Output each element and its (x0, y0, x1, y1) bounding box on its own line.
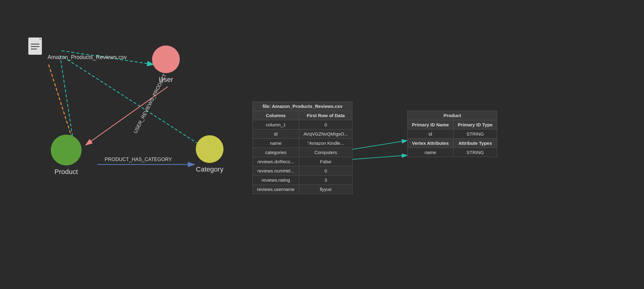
product-primary-id-type: STRING (453, 129, 497, 139)
file-table-col-name: name (253, 139, 299, 148)
category-node-label: Category (196, 165, 223, 173)
file-table-col-value: False (299, 157, 352, 166)
file-table-title: file: Amazon_Products_Reviews.csv (253, 102, 352, 111)
file-table-col-name: reviews.doReco... (253, 157, 299, 166)
file-table-col-header-first-row: First Row of Data (299, 111, 352, 120)
file-table-col-value: AVqVGZNvQMIgsO... (299, 129, 352, 139)
category-node: Category (196, 135, 223, 173)
edge-label-user-reviews-product: USER_REVIEWS_PRODUCT (133, 73, 168, 134)
file-table-col-value: "Amazon Kindle... (299, 139, 352, 148)
product-vertex-attr-name: name (408, 148, 453, 157)
product-primary-id-name: id (408, 129, 453, 139)
product-node: Product (51, 135, 82, 176)
product-table: Product Primary ID Name Primary ID Type … (407, 111, 497, 157)
category-node-circle (196, 135, 223, 163)
file-table-col-name: id (253, 129, 299, 139)
file-table-col-header-columns: Columns (253, 111, 299, 120)
product-table-primary-id-name-header: Primary ID Name (408, 120, 453, 129)
file-table-col-name: reviews.username (253, 185, 299, 194)
product-table-title: Product (408, 111, 497, 120)
file-table-row: column_10 (253, 120, 352, 129)
file-table-col-value: 0 (299, 166, 352, 176)
file-node: Amazon_Products_Reviews.csv (28, 37, 127, 61)
svg-line-8 (63, 57, 203, 147)
product-table-vertex-attr-header: Vertex Attributes (408, 139, 453, 148)
file-table-row: reviews.usernamellyyue (253, 185, 352, 194)
file-table-row: name"Amazon Kindle... (253, 139, 352, 148)
file-icon (28, 37, 46, 59)
product-table-primary-id-type-header: Primary ID Type (453, 120, 497, 129)
file-table-row: reviews.rating3 (253, 176, 352, 185)
product-node-circle (51, 135, 82, 165)
canvas: Amazon_Products_Reviews.csv User Product… (0, 0, 644, 289)
file-table-row: reviews.numHel...0 (253, 166, 352, 176)
product-attr-row: nameSTRING (408, 148, 497, 157)
file-table-col-value: Computers (299, 148, 352, 157)
product-primary-row: idSTRING (408, 129, 497, 139)
file-table-row: categoriesComputers (253, 148, 352, 157)
file-table-col-name: reviews.numHel... (253, 166, 299, 176)
svg-rect-16 (31, 46, 39, 47)
file-table-row: idAVqVGZNvQMIgsO... (253, 129, 352, 139)
file-table: file: Amazon_Products_Reviews.csv Column… (252, 101, 352, 194)
file-node-label: Amazon_Products_Reviews.csv (47, 54, 127, 60)
svg-rect-17 (31, 49, 37, 49)
file-table-row: reviews.doReco...False (253, 157, 352, 166)
file-table-col-name: categories (253, 148, 299, 157)
product-attr-type: STRING (453, 148, 497, 157)
file-table-col-name: column_1 (253, 120, 299, 129)
file-table-col-value: 3 (299, 176, 352, 185)
svg-rect-15 (31, 44, 39, 45)
svg-line-7 (60, 55, 74, 145)
product-table-attr-types-header: Attribute Types (453, 139, 497, 148)
file-table-col-name: reviews.rating (253, 176, 299, 185)
product-node-label: Product (54, 168, 78, 176)
file-table-col-value: 0 (299, 120, 352, 129)
file-table-col-value: llyyue (299, 185, 352, 194)
edge-label-product-has-category: PRODUCT_HAS_CATEGORY (105, 157, 172, 162)
user-node-circle (152, 46, 180, 73)
